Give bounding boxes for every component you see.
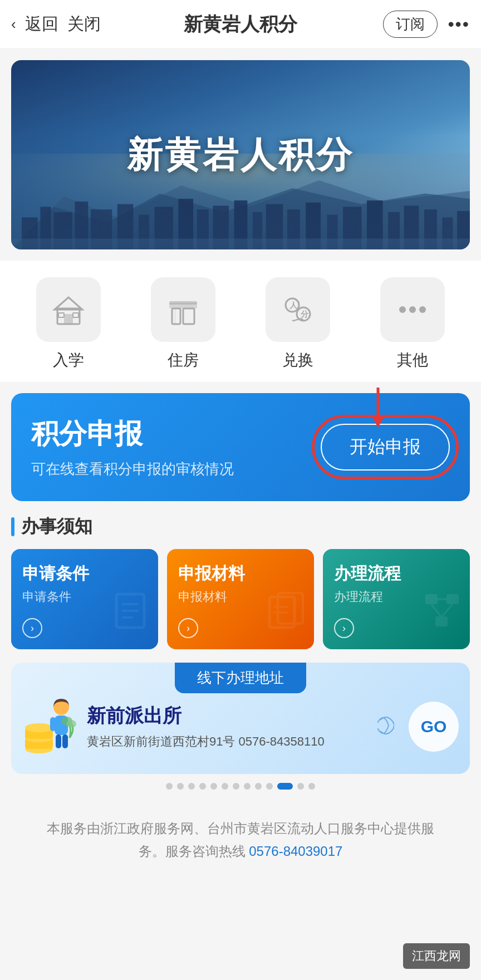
notice-card-conditions[interactable]: 申请条件 申请条件 › [11,549,158,649]
dot-12[interactable] [297,783,304,790]
svg-point-44 [419,306,426,313]
watermark: 江西龙网 [403,943,470,969]
watermark-text: 江西龙网 [412,949,461,963]
apply-card-info: 积分申报 可在线查看积分申报的审核情况 [31,415,234,479]
offline-section: 线下办理地址 [11,663,470,774]
dot-10[interactable] [266,783,273,790]
top-navigation: ‹ 返回 关闭 新黄岩人积分 订阅 ••• [0,0,481,49]
icon-item-exchange[interactable]: 人 分 兑换 [266,277,330,371]
school-icon [52,293,85,326]
more-icon[interactable]: ••• [448,14,470,35]
dot-8[interactable] [244,783,251,790]
footer-text: 本服务由浙江政府服务网、台州市黄岩区流动人口服务中心提供服 务。服务咨询热线 0… [11,817,470,863]
footer: 本服务由浙江政府服务网、台州市黄岩区流动人口服务中心提供服 务。服务咨询热线 0… [11,801,470,874]
svg-rect-55 [425,594,438,604]
offline-character-illustration [22,693,78,760]
svg-rect-70 [56,734,61,748]
footer-text-line2: 务。服务咨询热线 [139,844,246,859]
offline-address-text: 新前派出所 黄岩区新前街道西范村91号 0576-84358110 [87,703,369,750]
svg-line-60 [431,604,441,616]
icon-item-school[interactable]: 入学 [36,277,101,371]
dot-6[interactable] [222,783,228,790]
materials-arrow-icon: › [178,618,198,638]
dot-13[interactable] [308,783,315,790]
nav-right: 订阅 ••• [383,11,470,38]
notice-card-materials[interactable]: 申报材料 申报材料 › [167,549,314,649]
materials-bg-icon [264,589,308,644]
dot-3[interactable] [188,783,195,790]
svg-rect-56 [446,594,459,604]
more-dots-icon [396,293,429,326]
process-bg-icon [420,589,464,644]
svg-rect-71 [62,734,68,748]
notice-cards-container: 申请条件 申请条件 › 申报材料 申报材料 › [11,549,470,649]
back-icon[interactable]: ‹ [11,16,16,33]
dot-7[interactable] [233,783,239,790]
sound-wave-decoration [377,709,394,744]
svg-rect-34 [172,308,180,324]
notice-card-conditions-title: 申请条件 [22,562,147,585]
house-label: 住房 [168,350,199,371]
svg-rect-37 [175,308,175,324]
footer-phone[interactable]: 0576-84039017 [249,844,342,859]
house-icon [166,293,200,326]
dot-2[interactable] [177,783,184,790]
exchange-icon-box: 人 分 [266,277,330,342]
hero-banner: 新黄岩人积分 [11,60,470,249]
start-apply-button[interactable]: 开始申报 [321,424,450,471]
svg-text:分: 分 [300,310,309,318]
icon-item-house[interactable]: 住房 [151,277,215,371]
notice-bar-indicator [11,517,14,536]
svg-point-73 [66,720,76,728]
carousel-dots [0,783,481,790]
more-label: 其他 [397,350,428,371]
dot-9[interactable] [255,783,262,790]
offline-location-name: 新前派出所 [87,703,369,729]
process-arrow-icon: › [334,618,354,638]
dot-5[interactable] [210,783,217,790]
notice-section: 办事须知 申请条件 申请条件 › 申报材料 申报材料 › [11,514,470,649]
apply-card-right: 开始申报 [321,424,450,471]
more-icon-box [380,277,445,342]
apply-card-subtitle: 可在线查看积分申报的审核情况 [31,459,234,479]
icon-item-more[interactable]: 其他 [380,277,445,371]
go-button[interactable]: GO [409,702,459,752]
svg-point-65 [25,723,53,732]
svg-text:人: 人 [289,301,298,310]
back-label[interactable]: 返回 [25,13,58,36]
offline-location-address: 黄岩区新前街道西范村91号 0576-84358110 [87,733,369,750]
apply-card-title: 积分申报 [31,415,234,453]
conditions-bg-icon [108,589,153,644]
apply-card: 积分申报 可在线查看积分申报的审核情况 开始申报 [11,393,470,501]
svg-rect-57 [435,616,448,626]
close-label[interactable]: 关闭 [67,13,101,36]
conditions-arrow-icon: › [22,618,42,638]
svg-rect-32 [73,313,78,317]
dot-4[interactable] [199,783,206,790]
svg-line-59 [442,604,453,616]
notice-card-materials-title: 申报材料 [178,562,303,585]
dot-11-active[interactable] [277,783,293,790]
svg-rect-31 [58,313,64,317]
quick-access-grid: 入学 住房 人 分 兑换 [0,261,481,382]
banner-title: 新黄岩人积分 [127,131,354,179]
svg-rect-68 [50,717,56,731]
notice-card-process[interactable]: 办理流程 办理流程 › [323,549,470,649]
svg-point-42 [399,306,406,313]
svg-rect-35 [183,308,194,324]
subscribe-button[interactable]: 订阅 [383,11,438,38]
school-icon-box [36,277,101,342]
footer-text-line1: 本服务由浙江政府服务网、台州市黄岩区流动人口服务中心提供服 [47,821,434,836]
offline-section-label: 线下办理地址 [175,663,306,693]
page-title: 新黄岩人积分 [184,12,297,37]
notice-card-process-title: 办理流程 [334,562,459,585]
character-svg [22,693,78,760]
exchange-label: 兑换 [282,350,313,371]
notice-title: 办事须知 [21,514,92,539]
svg-rect-30 [64,314,73,324]
dot-1[interactable] [166,783,173,790]
nav-left: ‹ 返回 关闭 [11,13,101,36]
notice-header: 办事须知 [11,514,470,539]
svg-rect-36 [169,301,197,305]
svg-point-43 [409,306,416,313]
